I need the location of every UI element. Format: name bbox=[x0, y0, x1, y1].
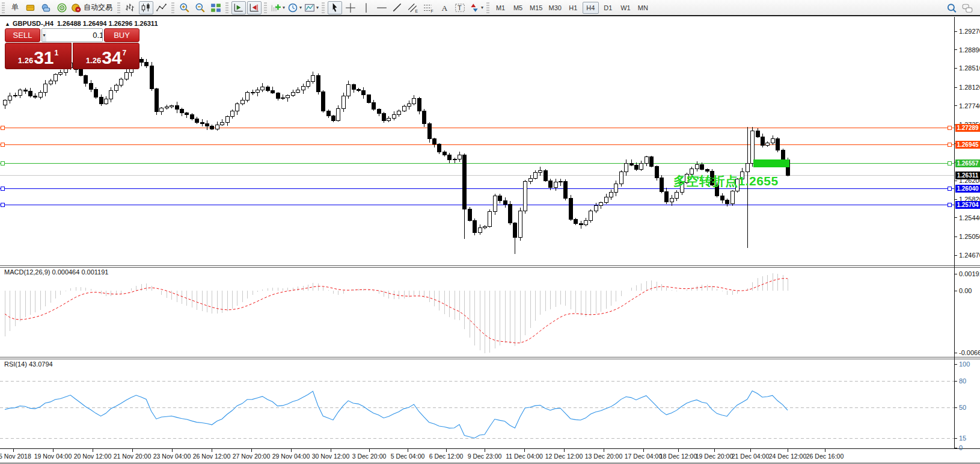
candlestick bbox=[619, 172, 623, 184]
price-axis-tick: 1.28510 bbox=[959, 64, 980, 72]
rsi-axis-tick: 50 bbox=[959, 404, 966, 411]
sell-price-box[interactable]: 1.26 31 1 bbox=[5, 43, 72, 69]
candlestick bbox=[159, 108, 163, 111]
sell-button[interactable]: SELL bbox=[5, 28, 40, 42]
candlestick bbox=[346, 84, 350, 96]
candlestick bbox=[18, 90, 22, 95]
candlestick bbox=[33, 96, 37, 97]
buy-button[interactable]: BUY bbox=[104, 28, 139, 42]
candlestick bbox=[382, 114, 385, 121]
candlestick bbox=[301, 86, 305, 90]
candlestick bbox=[195, 119, 198, 123]
one-click-collapse-icon[interactable]: ▲ bbox=[5, 21, 10, 27]
candlestick bbox=[664, 191, 668, 202]
line-handle[interactable] bbox=[1, 187, 4, 191]
candlestick bbox=[705, 169, 709, 172]
buy-price-box[interactable]: 1.26 34 7 bbox=[73, 43, 139, 69]
candlestick bbox=[38, 93, 42, 97]
candlestick bbox=[397, 111, 400, 115]
candlestick bbox=[528, 178, 532, 181]
candlestick bbox=[361, 90, 365, 95]
volume-input[interactable] bbox=[46, 29, 103, 42]
rsi-axis-tick: 80 bbox=[959, 377, 966, 385]
chart-header: ▲GBPUSD-,H4 1.26488 1.26494 1.26296 1.26… bbox=[5, 20, 158, 27]
candlestick bbox=[538, 170, 542, 172]
candlestick bbox=[316, 76, 320, 92]
time-axis-label: 18 Dec 12:00 bbox=[660, 453, 697, 460]
time-axis-label: 3 Dec 20:00 bbox=[352, 453, 387, 460]
candlestick bbox=[104, 99, 108, 104]
candlestick bbox=[357, 89, 360, 90]
volume-decrease-button[interactable]: ▼ bbox=[42, 29, 46, 42]
line-handle[interactable] bbox=[948, 203, 951, 207]
price-chart-canvas[interactable]: 1.292701.288901.285101.281201.277401.273… bbox=[0, 0, 980, 464]
candlestick bbox=[220, 122, 224, 125]
candlestick bbox=[28, 91, 32, 96]
time-axis-label: 11 Dec 04:00 bbox=[506, 453, 543, 460]
chart-window: 1.292701.288901.285101.281201.277401.273… bbox=[0, 17, 980, 464]
candlestick bbox=[84, 76, 87, 83]
buy-price-prefix: 1.26 bbox=[86, 56, 101, 65]
time-axis-label: 19 Dec 20:00 bbox=[696, 453, 733, 460]
time-axis-label: 23 Nov 04:00 bbox=[153, 453, 191, 460]
candlestick bbox=[326, 111, 330, 116]
candlestick bbox=[205, 124, 209, 126]
candlestick bbox=[478, 227, 482, 233]
hline-price-tag: 1.26040 bbox=[955, 185, 980, 193]
line-handle[interactable] bbox=[948, 187, 951, 191]
volume-stepper: ▼ ▲ bbox=[41, 28, 103, 42]
candlestick bbox=[165, 107, 168, 108]
candlestick bbox=[579, 223, 583, 225]
candlestick bbox=[508, 205, 512, 223]
hline-price-tag: 1.26945 bbox=[955, 141, 980, 149]
price-axis-tick: 1.28890 bbox=[959, 46, 980, 54]
candlestick bbox=[453, 159, 456, 160]
candlestick bbox=[447, 155, 451, 159]
line-handle[interactable] bbox=[948, 126, 951, 130]
line-handle[interactable] bbox=[948, 143, 951, 147]
candlestick bbox=[594, 206, 598, 211]
candlestick bbox=[3, 101, 7, 105]
candlestick bbox=[114, 85, 118, 90]
price-axis-tick: 1.24670 bbox=[959, 252, 980, 259]
candlestick bbox=[392, 114, 396, 119]
candlestick bbox=[503, 200, 507, 205]
candlestick bbox=[321, 92, 325, 111]
line-handle[interactable] bbox=[1, 162, 4, 165]
candlestick bbox=[634, 165, 638, 170]
price-axis-tick: 1.25440 bbox=[959, 214, 980, 221]
time-axis-label: 17 Dec 04:00 bbox=[625, 453, 663, 460]
line-handle[interactable] bbox=[1, 126, 4, 130]
one-click-trading-panel: SELL ▼ ▲ BUY 1.26 31 1 1.26 34 7 bbox=[5, 28, 139, 69]
line-handle[interactable] bbox=[1, 143, 4, 147]
candlestick bbox=[180, 109, 183, 113]
buy-price-pip: 7 bbox=[123, 49, 127, 57]
highlight-band-object[interactable] bbox=[753, 159, 789, 167]
candlestick bbox=[720, 196, 724, 200]
candlestick bbox=[377, 109, 381, 113]
macd-signal-line bbox=[5, 279, 788, 343]
line-handle[interactable] bbox=[948, 162, 951, 165]
candlestick bbox=[781, 150, 785, 160]
candlestick bbox=[266, 87, 269, 90]
time-axis-label: 24 Dec 12:00 bbox=[769, 453, 807, 460]
candlestick bbox=[271, 90, 274, 93]
mt4-terminal: { "toolbar": { "order_label": "单", "auto… bbox=[0, 0, 980, 464]
hline-price-tag: 1.25704 bbox=[955, 201, 980, 209]
candlestick bbox=[614, 184, 617, 193]
candlestick bbox=[54, 75, 57, 81]
rsi-axis-tick: 100 bbox=[959, 360, 970, 368]
candlestick bbox=[402, 106, 406, 111]
candlestick bbox=[352, 84, 355, 89]
candlestick bbox=[256, 90, 259, 93]
candlestick bbox=[432, 139, 436, 144]
candlestick bbox=[700, 165, 703, 170]
line-handle[interactable] bbox=[1, 203, 4, 207]
candlestick bbox=[240, 100, 244, 104]
annotation-text[interactable]: 多空转折点1.2655 bbox=[673, 173, 779, 190]
time-axis-label: 30 Nov 12:00 bbox=[312, 453, 350, 460]
candlestick bbox=[756, 131, 759, 137]
time-axis-label: 19 Nov 04:00 bbox=[34, 453, 72, 460]
candlestick bbox=[210, 126, 213, 129]
candlestick bbox=[725, 200, 729, 203]
